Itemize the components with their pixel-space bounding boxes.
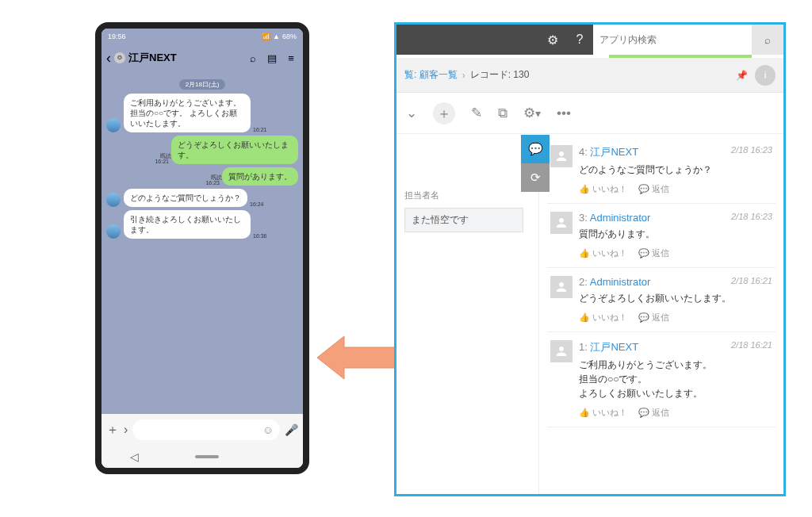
date-chip: 2月18日(土) <box>106 79 298 89</box>
message-time: 16:21 <box>253 127 267 132</box>
search-box[interactable] <box>593 25 752 55</box>
like-button[interactable]: 👍 いいね！ <box>579 312 627 324</box>
comment-toggle-icon[interactable]: 💬 <box>521 135 550 163</box>
search-button[interactable]: ⌕ <box>752 25 783 55</box>
panel-left: 担当者名 また悟空です <box>396 134 539 494</box>
comment-number: 3: <box>579 212 590 224</box>
avatar <box>106 118 121 132</box>
search-icon[interactable]: ⌕ <box>246 52 260 64</box>
message-time: 16:23 <box>205 180 220 186</box>
message-bubble: 引き続きよろしくお願いいたします。 <box>124 210 251 239</box>
gear-dropdown-icon[interactable]: ⚙︎▾ <box>523 105 541 121</box>
panel-topbar: ⚙ ? ⌕ <box>396 25 783 55</box>
info-icon[interactable]: i <box>755 65 776 86</box>
message-row[interactable]: 既読16:21どうぞよろしくお願いいたします。 <box>106 136 298 164</box>
settings-icon[interactable]: ⚙ <box>539 25 566 55</box>
message-row[interactable]: 引き続きよろしくお願いいたします。16:36 <box>106 210 298 239</box>
comment-date: 2/18 16:21 <box>731 340 772 350</box>
avatar <box>550 145 573 167</box>
comment-body: ご利用ありがとうございます。 担当の○○です。 よろしくお願いいたします。 <box>579 358 772 400</box>
message-bubble: ご利用ありがとうございます。 担当の○○です。 よろしくお願いいたします。 <box>124 94 251 132</box>
comment-body: どのようなご質問でしょうか？ <box>579 163 772 177</box>
breadcrumb-bar: 覧: 顧客一覧 › レコード: 130 📌 i <box>396 58 783 93</box>
comment-date: 2/18 16:21 <box>731 276 772 285</box>
chevron-right-icon: › <box>462 70 465 81</box>
avatar <box>550 340 573 362</box>
emoji-icon[interactable]: ☺ <box>262 423 274 436</box>
android-navbar: ◁ <box>102 446 303 468</box>
comment-author[interactable]: 江戸NEXT <box>590 341 638 353</box>
panel-main: 担当者名 また悟空です 2/18 16:234: 江戸NEXTどのようなご質問で… <box>396 134 783 494</box>
signal-icon: 📶 <box>262 33 270 40</box>
comment-date: 2/18 16:23 <box>731 145 772 155</box>
like-button[interactable]: 👍 いいね！ <box>579 407 627 419</box>
message-time: 16:21 <box>155 159 169 164</box>
chevron-down-icon[interactable]: ⌄ <box>406 105 417 121</box>
read-mark: 既読 <box>211 174 222 180</box>
comment: 2/18 16:233: Administrator質問があります。👍 いいね！… <box>547 204 776 268</box>
more-icon[interactable]: ••• <box>557 105 571 121</box>
pin-icon[interactable]: 📌 <box>731 65 752 86</box>
refresh-icon[interactable]: ⟳ <box>521 163 550 192</box>
edit-icon[interactable]: ✎ <box>471 105 482 121</box>
search-input[interactable] <box>599 34 745 45</box>
expand-icon[interactable]: › <box>124 423 128 437</box>
comment-number: 4: <box>579 146 590 158</box>
app-panel: ⚙ ? ⌕ 覧: 顧客一覧 › レコード: 130 📌 i ⌄ ＋ ✎ ⧉ ⚙︎… <box>394 22 786 496</box>
nav-home-icon[interactable] <box>195 455 219 458</box>
phone-frame: 19:56 📶 ▲ 68% ‹ ✪ 江戸NEXT ⌕ ▤ ≡ 2月18日(土) … <box>95 22 309 474</box>
attach-icon[interactable]: ＋ <box>106 422 119 438</box>
status-bar: 19:56 📶 ▲ 68% <box>102 29 303 44</box>
comment: 2/18 16:212: Administratorどうぞよろしくお願いいたしま… <box>547 268 776 332</box>
comment: 2/18 16:211: 江戸NEXTご利用ありがとうございます。 担当の○○で… <box>547 332 776 427</box>
comment-author[interactable]: Administrator <box>590 212 651 224</box>
message-row[interactable]: どのようなご質問でしょうか？16:24 <box>106 189 298 207</box>
side-buttons: 💬 ⟳ <box>521 135 550 192</box>
back-icon[interactable]: ‹ <box>106 50 111 67</box>
chat-body[interactable]: 2月18日(土) ご利用ありがとうございます。 担当の○○です。 よろしくお願い… <box>102 71 303 414</box>
menu-icon[interactable]: ≡ <box>284 52 298 64</box>
message-input[interactable]: ☺ <box>132 419 280 440</box>
copy-icon[interactable]: ⧉ <box>498 105 508 121</box>
chat-header: ‹ ✪ 江戸NEXT ⌕ ▤ ≡ <box>102 44 303 71</box>
comment: 2/18 16:234: 江戸NEXTどのようなご質問でしょうか？👍 いいね！💬… <box>547 137 776 204</box>
reply-button[interactable]: 💬 返信 <box>638 312 669 324</box>
comment-author[interactable]: Administrator <box>590 276 651 288</box>
verified-icon: ✪ <box>114 52 125 63</box>
message-bubble: 質問があります。 <box>222 167 298 186</box>
reply-button[interactable]: 💬 返信 <box>638 407 669 419</box>
message-time: 16:24 <box>250 201 264 207</box>
read-mark: 既読 <box>160 153 171 159</box>
like-button[interactable]: 👍 いいね！ <box>579 247 627 259</box>
avatar <box>106 193 121 207</box>
breadcrumb-link[interactable]: 覧: 顧客一覧 <box>404 68 458 82</box>
reply-button[interactable]: 💬 返信 <box>638 247 669 259</box>
comment-number: 2: <box>579 276 590 288</box>
comment-number: 1: <box>579 341 590 353</box>
comment-author[interactable]: 江戸NEXT <box>590 146 638 158</box>
panel-toolbar: ⌄ ＋ ✎ ⧉ ⚙︎▾ ••• <box>396 93 783 134</box>
chat-title: 江戸NEXT <box>128 51 241 65</box>
nav-back-icon[interactable]: ◁ <box>130 450 139 463</box>
comment-date: 2/18 16:23 <box>731 212 772 221</box>
record-label: レコード: 130 <box>470 68 530 82</box>
like-button[interactable]: 👍 いいね！ <box>579 183 627 195</box>
message-row[interactable]: ご利用ありがとうございます。 担当の○○です。 よろしくお願いいたします。16:… <box>106 94 298 132</box>
reply-button[interactable]: 💬 返信 <box>638 183 669 195</box>
phone-screen: 19:56 📶 ▲ 68% ‹ ✪ 江戸NEXT ⌕ ▤ ≡ 2月18日(土) … <box>102 29 303 468</box>
help-icon[interactable]: ? <box>566 25 593 55</box>
field-value[interactable]: また悟空です <box>404 208 523 232</box>
add-button[interactable]: ＋ <box>433 102 455 124</box>
comment-body: 質問があります。 <box>579 227 772 241</box>
field-label: 担当者名 <box>404 190 530 201</box>
mic-icon[interactable]: 🎤 <box>285 423 298 436</box>
comment-body: どうぞよろしくお願いいたします。 <box>579 291 772 305</box>
avatar <box>550 212 573 234</box>
message-time: 16:36 <box>253 233 267 239</box>
message-bubble: どのようなご質問でしょうか？ <box>124 189 247 207</box>
comment-list[interactable]: 2/18 16:234: 江戸NEXTどのようなご質問でしょうか？👍 いいね！💬… <box>539 134 783 494</box>
notes-icon[interactable]: ▤ <box>265 52 279 64</box>
battery-text: 68% <box>282 33 297 40</box>
avatar <box>550 276 573 298</box>
message-row[interactable]: 既読16:23質問があります。 <box>106 167 298 186</box>
